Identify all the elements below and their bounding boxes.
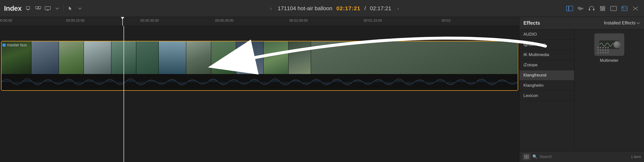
frame-9 [211, 41, 236, 75]
grid-view-icon[interactable] [522, 153, 530, 160]
playhead-triangle [121, 17, 124, 19]
tracks-container: master bus [0, 26, 519, 162]
monitor-icon-2[interactable] [34, 5, 42, 12]
svg-rect-30 [524, 155, 526, 157]
frame-6 [136, 41, 159, 75]
svg-rect-0 [26, 6, 30, 9]
frame-11 [264, 41, 288, 75]
svg-point-26 [622, 7, 623, 8]
track-color [2, 44, 6, 47]
select-dropdown[interactable] [76, 5, 84, 12]
svg-rect-31 [527, 155, 528, 157]
effects-item-klanghelm[interactable]: Klanghelm [520, 81, 574, 91]
effects-panel: Effects Installed Effects AUDIO Ignite A… [519, 17, 644, 162]
timecode-ruler: | 00:00:00:00 00:00:15:00 00:00:30:00 00… [0, 17, 519, 26]
timecode-total: 02:17:21 [370, 5, 392, 12]
effects-item-lexicon[interactable]: Lexicon [520, 91, 574, 101]
toolbar-icons [25, 5, 84, 12]
video-scope-icon[interactable] [609, 5, 618, 12]
svg-rect-8 [47, 10, 49, 10]
frame-10 [236, 41, 264, 75]
track-header: master bus [0, 43, 27, 47]
svg-rect-10 [566, 6, 568, 11]
effects-search-bar: 🔍 1 item [520, 151, 644, 162]
svg-rect-11 [569, 6, 573, 11]
multimeter-graphic [594, 33, 624, 56]
monitor-icon-1[interactable] [25, 5, 33, 12]
effect-name: Multimeter [600, 58, 618, 63]
nav-next[interactable]: › [395, 4, 401, 12]
filmstrip [2, 41, 518, 75]
timecode-current: 02:17:21 [336, 5, 360, 12]
effects-item-izotope[interactable]: iZotope [520, 60, 574, 70]
effects-body: AUDIO Ignite Amps IK Multimedia iZotope … [520, 29, 644, 151]
monitor-icon-3[interactable] [44, 5, 52, 12]
ruler-label-0: | 00:00:00:00 [0, 18, 12, 22]
svg-rect-33 [527, 157, 528, 159]
toolbar-divider [64, 5, 64, 12]
svg-rect-24 [622, 6, 627, 11]
index-title: Index [4, 4, 22, 12]
effect-thumbnail[interactable] [594, 33, 624, 56]
toolbar-center: ‹ 171104 hot-air balloon 02:17:21 / 02:1… [109, 4, 560, 12]
frame-2 [32, 41, 59, 75]
toolbar-right [560, 5, 640, 12]
ruler-label-4: 00:01:00:00 [289, 18, 308, 22]
master-bus-track: master bus [0, 41, 519, 91]
frame-7 [159, 41, 186, 75]
svg-rect-5 [37, 9, 38, 9]
svg-rect-3 [36, 6, 38, 8]
timecode-separator: / [364, 5, 366, 12]
effects-item-klangfreund[interactable]: Klangfreund [520, 70, 574, 81]
effects-item-audio[interactable]: AUDIO [520, 29, 574, 40]
toolbar-left: Index [4, 4, 109, 12]
mm-dots [597, 47, 609, 54]
ruler-label-5: 00:01:15:00 [364, 18, 382, 22]
search-icon: 🔍 [532, 154, 538, 159]
effects-item-ik[interactable]: IK Multimedia [520, 50, 574, 60]
svg-rect-4 [38, 6, 41, 8]
effects-item-ignite[interactable]: Ignite Amps [520, 40, 574, 50]
ruler-label-1: 00:00:15:00 [66, 18, 84, 22]
search-input[interactable] [540, 155, 629, 159]
mm-knob [613, 41, 621, 48]
frame-3 [59, 41, 84, 75]
audio-waveform [2, 74, 518, 90]
frame-4 [84, 41, 111, 75]
frame-12 [288, 41, 311, 75]
frame-8 [186, 41, 211, 75]
effects-title: Effects [524, 20, 604, 26]
headphones-icon[interactable] [587, 5, 596, 12]
effects-preview: Multimeter [574, 29, 644, 151]
svg-rect-32 [524, 157, 526, 159]
svg-rect-6 [39, 9, 40, 9]
trim-icon[interactable] [631, 5, 640, 12]
effects-header: Effects Installed Effects [520, 17, 644, 29]
svg-rect-13 [593, 9, 594, 10]
ruler-label-6: 00:01: [442, 18, 451, 22]
svg-rect-15 [602, 6, 603, 11]
clip-view-icon[interactable] [565, 5, 574, 12]
effects-list: AUDIO Ignite Amps IK Multimedia iZotope … [520, 29, 574, 151]
track-name: master bus [7, 43, 27, 47]
ruler-label-2: 00:00:30:00 [140, 18, 159, 22]
track-content[interactable] [1, 41, 518, 91]
frame-last [311, 41, 518, 75]
clip-name: 171104 hot-air balloon [278, 5, 332, 12]
main-area: | 00:00:00:00 00:00:15:00 00:00:30:00 00… [0, 17, 644, 162]
effects-browser-icon[interactable] [620, 5, 629, 12]
playhead-line [122, 17, 123, 26]
ruler-label-3: 00:00:45:00 [215, 18, 234, 22]
toolbar: Index [0, 0, 644, 17]
svg-rect-14 [600, 6, 601, 11]
select-tool[interactable] [66, 5, 74, 12]
waveform-icon[interactable] [576, 5, 585, 12]
timeline-playhead [124, 26, 124, 162]
nav-prev[interactable]: ‹ [268, 4, 274, 12]
timeline-area: | 00:00:00:00 00:00:15:00 00:00:30:00 00… [0, 17, 519, 162]
installed-effects-label: Installed Effects [604, 20, 636, 26]
monitor-dropdown[interactable] [53, 5, 61, 12]
svg-rect-12 [589, 9, 590, 10]
mixer-icon[interactable] [598, 5, 607, 12]
installed-effects-dropdown[interactable]: Installed Effects [604, 20, 640, 26]
